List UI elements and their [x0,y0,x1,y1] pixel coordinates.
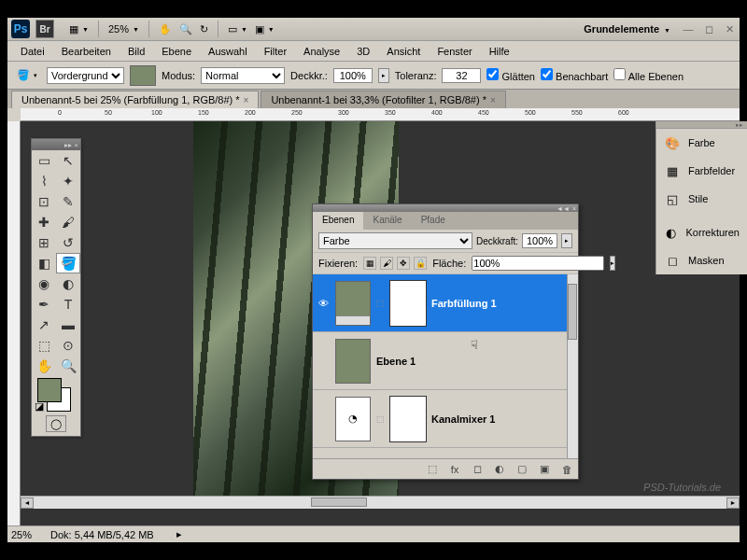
antialias-checkbox[interactable]: Glätten [486,68,535,82]
hand-tool[interactable]: ✋ [32,356,56,376]
opacity-flyout[interactable]: ▸ [378,68,389,83]
opacity-slider-button[interactable]: ▸ [561,233,572,248]
zoom-dropdown[interactable]: 25%▼ [105,21,143,36]
bucket-tool-icon[interactable]: 🪣▾ [13,67,41,83]
contiguous-checkbox[interactable]: Benachbart [541,68,608,82]
3d-tool[interactable]: ⬚ [32,335,56,356]
rotate-view-icon[interactable]: ↻ [196,21,212,37]
panel-drag-bar[interactable]: ◄◄× [313,204,578,212]
hand-tool-icon[interactable]: ✋ [155,21,176,37]
brush-tool[interactable]: 🖌 [56,212,80,232]
blur-tool[interactable]: ◉ [32,273,56,294]
arrange-dropdown[interactable]: ▭▼ [224,21,251,37]
layer-row[interactable]: Ebene 1 [313,332,578,390]
panel-swatches[interactable]: ▦Farbfelder [656,157,747,185]
fill-slider-button[interactable]: ▸ [610,256,615,271]
pattern-swatch[interactable] [130,65,156,86]
menu-help[interactable]: Hilfe [482,43,517,60]
menu-window[interactable]: Fenster [430,43,479,60]
panel-adjustments[interactable]: ◐Korrekturen [656,218,747,246]
layer-fill-input[interactable] [472,256,604,271]
lock-transparent-icon[interactable]: ▦ [363,257,376,270]
tab-channels[interactable]: Kanäle [363,212,411,230]
history-brush-tool[interactable]: ↺ [56,232,80,253]
new-layer-icon[interactable]: ▣ [537,462,552,477]
menu-file[interactable]: Datei [13,43,52,60]
adjustment-thumbnail[interactable]: ◔ [335,397,371,441]
horizontal-ruler[interactable]: 050100150200250300350400450500550600 [21,108,740,121]
menu-3d[interactable]: 3D [349,43,377,60]
zoom-tool[interactable]: 🔍 [56,356,80,376]
link-layers-icon[interactable]: ⬚ [425,462,440,477]
path-select-tool[interactable]: ↗ [32,315,56,335]
stamp-tool[interactable]: ⊞ [32,232,56,253]
layer-thumbnail[interactable] [335,339,371,384]
layer-name[interactable]: Farbfüllung 1 [431,298,497,309]
menu-analysis[interactable]: Analyse [296,43,347,60]
type-tool[interactable]: T [56,294,80,315]
opacity-input[interactable] [333,68,373,83]
visibility-icon[interactable] [317,355,330,368]
layer-blend-mode[interactable]: Farbe [318,232,472,249]
tolerance-input[interactable] [442,68,481,83]
quickmask-button[interactable]: ◯ [46,415,66,432]
layer-row[interactable]: ◔ ⬚ Kanalmixer 1 [313,390,578,448]
healing-tool[interactable]: ✚ [32,212,56,232]
visibility-icon[interactable]: 👁 [317,297,330,310]
scroll-right-button[interactable]: ► [726,497,740,509]
lock-all-icon[interactable]: 🔒 [414,257,427,270]
visibility-icon[interactable] [317,413,330,426]
workspace-switcher[interactable]: Grundelemente ▼ [584,23,670,35]
bridge-icon[interactable]: Br [35,20,54,38]
blend-mode-select[interactable]: Normal [201,67,285,84]
menu-select[interactable]: Auswahl [201,43,255,60]
toolbox-header[interactable]: ▸▸× [32,139,80,150]
layer-scrollbar[interactable] [567,274,578,458]
minimize-button[interactable]: — [682,22,695,35]
menu-filter[interactable]: Filter [257,43,294,60]
magic-wand-tool[interactable]: ✦ [56,171,80,191]
lock-pixels-icon[interactable]: 🖌 [380,257,393,270]
screen-mode-dropdown[interactable]: ▣▼ [251,21,278,37]
pen-tool[interactable]: ✒ [32,294,56,315]
delete-layer-icon[interactable]: 🗑 [559,462,574,477]
marquee-tool[interactable]: ▭ [32,150,56,171]
tab-layers[interactable]: Ebenen [313,212,363,230]
adjustment-layer-icon[interactable]: ◐ [492,462,507,477]
layer-name[interactable]: Kanalmixer 1 [431,413,495,425]
menu-view[interactable]: Ansicht [379,43,428,60]
scroll-left-button[interactable]: ◄ [21,497,34,509]
close-button[interactable]: ✕ [723,22,736,35]
tab-paths[interactable]: Pfade [412,212,455,230]
layer-fx-icon[interactable]: fx [447,462,462,477]
eraser-tool[interactable]: ◧ [32,253,56,273]
collapse-panels-icon[interactable]: ▸▸ [656,121,747,129]
panel-styles[interactable]: ◱Stile [656,185,747,213]
menu-edit[interactable]: Bearbeiten [54,43,119,60]
add-mask-icon[interactable]: ◻ [470,462,485,477]
mask-thumbnail[interactable] [390,281,426,326]
dodge-tool[interactable]: ◐ [56,273,80,294]
layer-name[interactable]: Ebene 1 [376,356,416,367]
doc-size-status[interactable]: Dok: 5,44 MB/5,42 MB [50,529,154,540]
lasso-tool[interactable]: ⌇ [32,171,56,191]
horizontal-scrollbar[interactable]: ◄ ► [21,496,740,509]
lock-position-icon[interactable]: ✥ [397,257,410,270]
maximize-button[interactable]: ◻ [702,22,715,35]
document-tab-1[interactable]: Unbenannt-5 bei 25% (Farbfüllung 1, RGB/… [11,91,259,108]
layer-opacity-input[interactable] [522,233,557,248]
zoom-status[interactable]: 25% [11,529,32,540]
close-tab-icon[interactable]: × [244,95,249,105]
foreground-color[interactable] [37,378,62,402]
mask-thumbnail[interactable] [390,397,426,441]
bucket-tool[interactable]: 🪣 [56,253,80,273]
photoshop-icon[interactable]: Ps [11,20,30,38]
menu-image[interactable]: Bild [120,43,152,60]
3d-camera-tool[interactable]: ⊙ [56,335,80,356]
fill-source-select[interactable]: Vordergrund [47,67,124,84]
shape-tool[interactable]: ▬ [56,315,80,335]
document-tab-2[interactable]: Unbenannt-1 bei 33,3% (Fotofilter 1, RGB… [261,91,505,108]
move-tool[interactable]: ↖ [56,150,80,171]
vertical-ruler[interactable] [7,121,21,525]
new-group-icon[interactable]: ▢ [514,462,529,477]
